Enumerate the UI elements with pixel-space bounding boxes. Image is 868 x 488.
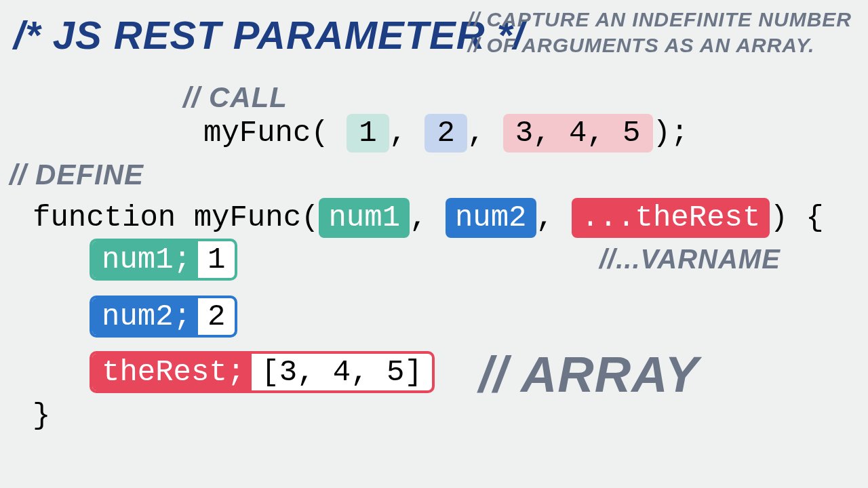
call-func: myFunc(	[203, 116, 329, 150]
comment-define: // DEFINE	[9, 159, 144, 191]
def-sep-1: ,	[410, 201, 446, 235]
comment-array: // ARRAY	[479, 346, 699, 403]
page-title: /* JS REST PARAMETER */	[14, 12, 525, 58]
value-num2: 2	[198, 298, 235, 335]
call-arg-rest: 3, 4, 5	[503, 114, 653, 152]
call-expression: myFunc( 1, 2, 3, 4, 5);	[203, 114, 688, 152]
value-rest: [3, 4, 5]	[252, 354, 432, 390]
value-label-num1: num1;	[92, 241, 198, 278]
call-arg-1: 1	[347, 114, 389, 152]
function-close-brace: }	[33, 399, 50, 432]
subtitle: // CAPTURE AN INDEFINITE NUMBER // OF AR…	[467, 7, 852, 58]
def-sep-2: ,	[536, 201, 572, 235]
param-num2: num2	[446, 198, 536, 238]
value-num1: 1	[198, 241, 235, 278]
param-rest: ...theRest	[572, 198, 770, 238]
value-box-rest: theRest; [3, 4, 5]	[90, 351, 435, 393]
value-label-rest: theRest;	[92, 354, 252, 390]
comment-varname: //...VARNAME	[599, 244, 781, 274]
def-keyword: function myFunc(	[33, 201, 319, 235]
call-sep-2: ,	[467, 116, 503, 150]
call-arg-2: 2	[425, 114, 467, 152]
value-box-num2: num2; 2	[90, 296, 237, 338]
comment-call: // CALL	[183, 81, 288, 114]
call-close: );	[653, 116, 689, 150]
subtitle-line-1: // CAPTURE AN INDEFINITE NUMBER	[467, 7, 852, 33]
param-num1: num1	[319, 198, 410, 238]
def-close: ) {	[770, 201, 823, 235]
call-sep-1: ,	[389, 116, 425, 150]
value-label-num2: num2;	[92, 298, 198, 335]
subtitle-line-2: // OF ARGUMENTS AS AN ARRAY.	[467, 33, 852, 58]
function-definition: function myFunc(num1, num2, ...theRest) …	[33, 198, 824, 238]
value-box-num1: num1; 1	[90, 239, 237, 281]
